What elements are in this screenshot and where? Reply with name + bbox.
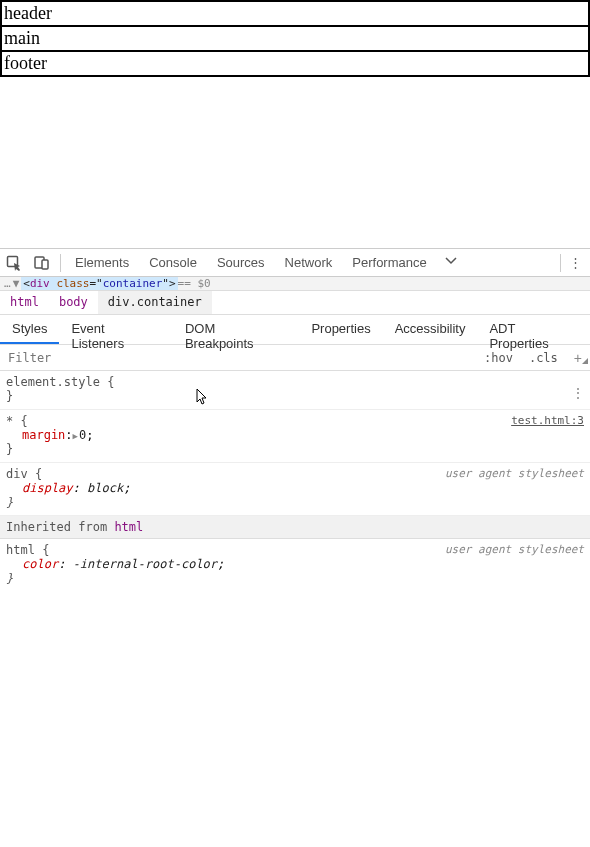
prop-margin[interactable]: margin bbox=[22, 428, 65, 442]
rule-selector: div bbox=[6, 467, 28, 481]
strip-dollar-zero: == $0 bbox=[178, 277, 211, 290]
filter-input[interactable] bbox=[0, 347, 476, 369]
strip-expand-icon: ▼ bbox=[13, 277, 20, 290]
rule-selector: * bbox=[6, 414, 13, 428]
strip-ellipsis: … bbox=[4, 277, 11, 290]
tab-console[interactable]: Console bbox=[139, 249, 207, 277]
toolbar-separator bbox=[560, 254, 561, 272]
new-style-rule-button[interactable]: + bbox=[566, 350, 590, 366]
hov-toggle[interactable]: :hov bbox=[476, 351, 521, 365]
crumb-body[interactable]: body bbox=[49, 291, 98, 314]
device-toolbar-icon[interactable] bbox=[28, 249, 56, 277]
cls-toggle[interactable]: .cls bbox=[521, 351, 566, 365]
prop-color: color bbox=[22, 557, 58, 571]
tab-sources[interactable]: Sources bbox=[207, 249, 275, 277]
settings-kebab-icon[interactable]: ⋮ bbox=[569, 255, 582, 270]
rule-origin: user agent stylesheet bbox=[445, 543, 584, 556]
subtab-adt-properties[interactable]: ADT Properties bbox=[477, 315, 590, 344]
page-row-header: header bbox=[1, 1, 589, 26]
rule-element-style[interactable]: element.style { } ⋮ bbox=[0, 371, 590, 410]
inherited-from-element[interactable]: html bbox=[114, 520, 143, 534]
rule-universal[interactable]: test.html:3 * { margin:▶0; } bbox=[0, 410, 590, 463]
rule-menu-icon[interactable]: ⋮ bbox=[571, 385, 584, 401]
page-row-footer: footer bbox=[1, 51, 589, 76]
crumb-html[interactable]: html bbox=[0, 291, 49, 314]
prop-display: display bbox=[22, 481, 73, 495]
elements-tree-strip[interactable]: … ▼ <div class="container"> == $0 bbox=[0, 277, 590, 291]
devtools-panel: Elements Console Sources Network Perform… bbox=[0, 248, 590, 591]
tab-network[interactable]: Network bbox=[275, 249, 343, 277]
styles-pane: element.style { } ⋮ test.html:3 * { marg… bbox=[0, 371, 590, 591]
expand-shorthand-icon[interactable]: ▶ bbox=[73, 431, 78, 441]
rule-selector: html bbox=[6, 543, 35, 557]
styles-subtabs: Styles Event Listeners DOM Breakpoints P… bbox=[0, 315, 590, 345]
rule-html[interactable]: user agent stylesheet html { color: -int… bbox=[0, 539, 590, 591]
more-tabs-icon[interactable] bbox=[443, 253, 459, 272]
rendered-page: header main footer bbox=[0, 0, 590, 77]
subtab-styles[interactable]: Styles bbox=[0, 315, 59, 344]
tab-elements[interactable]: Elements bbox=[65, 249, 139, 277]
devtools-toolbar: Elements Console Sources Network Perform… bbox=[0, 249, 590, 277]
breadcrumb: html body div.container bbox=[0, 291, 590, 315]
subtab-accessibility[interactable]: Accessibility bbox=[383, 315, 478, 344]
page-row-main: main bbox=[1, 26, 589, 51]
rule-div[interactable]: user agent stylesheet div { display: blo… bbox=[0, 463, 590, 516]
inherited-from-header: Inherited from html bbox=[0, 516, 590, 539]
rule-selector: element.style bbox=[6, 375, 100, 389]
toolbar-separator bbox=[60, 254, 61, 272]
inspect-element-icon[interactable] bbox=[0, 249, 28, 277]
svg-rect-2 bbox=[42, 260, 48, 269]
subtab-dom-breakpoints[interactable]: DOM Breakpoints bbox=[173, 315, 299, 344]
subtab-properties[interactable]: Properties bbox=[299, 315, 382, 344]
rule-origin: user agent stylesheet bbox=[445, 467, 584, 480]
subtab-event-listeners[interactable]: Event Listeners bbox=[59, 315, 173, 344]
tab-performance[interactable]: Performance bbox=[342, 249, 436, 277]
rule-origin-link[interactable]: test.html:3 bbox=[511, 414, 584, 427]
selected-element: <div class="container"> bbox=[21, 277, 177, 290]
crumb-div-container[interactable]: div.container bbox=[98, 291, 212, 314]
